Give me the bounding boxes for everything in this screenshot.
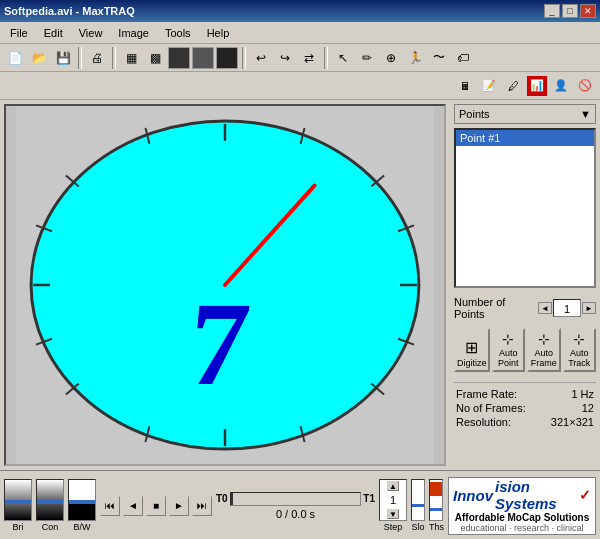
run-button[interactable]: 🏃 — [404, 47, 426, 69]
maximize-button[interactable]: □ — [562, 4, 578, 18]
list-item[interactable]: Point #1 — [456, 130, 594, 146]
new-icon: 📄 — [8, 51, 23, 65]
logo-company: Innov — [453, 487, 493, 504]
digitize-button[interactable]: ⊞ Digitize — [454, 328, 490, 372]
wave-icon: 〜 — [433, 49, 445, 66]
num-frames-value: 12 — [582, 402, 594, 414]
redo-icon: ↪ — [280, 51, 290, 65]
calc-button[interactable]: 🖩 — [454, 75, 476, 97]
step-control: ▲ 1 ▼ Step — [379, 479, 407, 532]
video-area[interactable]: 7 — [4, 104, 446, 466]
redo-button[interactable]: ↪ — [274, 47, 296, 69]
skip-end-button[interactable]: ⏭ — [192, 496, 212, 516]
right-panel: Points ▼ Point #1 Number of Points ◄ 1 ►… — [450, 100, 600, 470]
ths-label: Ths — [429, 522, 444, 532]
points-dropdown-icon[interactable]: ▼ — [580, 108, 591, 120]
brightness-slider[interactable] — [4, 479, 32, 521]
arrow-button[interactable]: ⇄ — [298, 47, 320, 69]
ths-slider[interactable] — [429, 479, 443, 521]
contrast-slider[interactable] — [36, 479, 64, 521]
block-button[interactable]: 🚫 — [574, 75, 596, 97]
logo-checkmark: ✓ — [579, 487, 591, 503]
auto-frame-label: Auto Frame — [530, 348, 558, 368]
menu-help[interactable]: Help — [199, 25, 238, 41]
skip-start-button[interactable]: ⏮ — [100, 496, 120, 516]
points-header: Points ▼ — [454, 104, 596, 124]
digitize-label: Digitize — [457, 358, 487, 368]
bw-label: B/W — [74, 522, 91, 532]
timeline-track[interactable] — [230, 492, 362, 506]
auto-frame-button[interactable]: ⊹ Auto Frame — [527, 328, 561, 372]
print-button[interactable]: 🖨 — [86, 47, 108, 69]
prev-icon: ◄ — [128, 500, 138, 511]
color2-button[interactable] — [192, 47, 214, 69]
prev-button[interactable]: ◄ — [123, 496, 143, 516]
toolbar-2: 🖩 📝 🖊 📊 👤 🚫 — [0, 72, 600, 100]
logo-tagline2: educational · research · clinical — [460, 523, 583, 533]
next-icon: ► — [174, 500, 184, 511]
skip-start-icon: ⏮ — [105, 500, 115, 511]
num-points-label: Number of Points — [454, 296, 534, 320]
svg-text:7: 7 — [183, 278, 254, 411]
stop-button[interactable]: ■ — [146, 496, 166, 516]
auto-point-button[interactable]: ⊹ Auto Point — [492, 328, 525, 372]
person-button[interactable]: 👤 — [550, 75, 572, 97]
step-up-button[interactable]: ▲ — [387, 481, 399, 491]
resolution-label: Resolution: — [456, 416, 511, 428]
chart-button[interactable]: 📊 — [526, 75, 548, 97]
points-decrement[interactable]: ◄ — [538, 302, 552, 314]
color1-button[interactable] — [168, 47, 190, 69]
block-icon: 🚫 — [578, 79, 592, 92]
bottom-controls: Bri Con B/W ⏮ ◄ ■ ► ⏭ T0 T1 — [0, 470, 600, 539]
frame-info: 0 / 0.0 s — [216, 508, 375, 520]
menu-view[interactable]: View — [71, 25, 111, 41]
pen-button[interactable]: 🖊 — [502, 75, 524, 97]
resolution-row: Resolution: 321×321 — [454, 415, 596, 429]
tag-icon: 🏷 — [457, 51, 469, 65]
auto-point-label: Auto Point — [495, 348, 522, 368]
threshold-control: Ths — [429, 479, 444, 532]
auto-frame-icon: ⊹ — [538, 332, 550, 346]
close-button[interactable]: ✕ — [580, 4, 596, 18]
menu-file[interactable]: File — [2, 25, 36, 41]
t0-label: T0 — [216, 493, 228, 504]
bw-slider[interactable] — [68, 479, 96, 521]
titlebar: Softpedia.avi - MaxTRAQ _ □ ✕ — [0, 0, 600, 22]
undo-button[interactable]: ↩ — [250, 47, 272, 69]
grid2-button[interactable]: ▩ — [144, 47, 166, 69]
auto-track-label: Auto Track — [566, 348, 594, 368]
next-button[interactable]: ► — [169, 496, 189, 516]
arrow-icon: ⇄ — [304, 51, 314, 65]
edit2-button[interactable]: 📝 — [478, 75, 500, 97]
tag-button[interactable]: 🏷 — [452, 47, 474, 69]
window-title: Softpedia.avi - MaxTRAQ — [4, 5, 135, 17]
open-icon: 📂 — [32, 51, 47, 65]
pencil-button[interactable]: ✏ — [356, 47, 378, 69]
points-list[interactable]: Point #1 — [454, 128, 596, 288]
separator-1 — [78, 47, 82, 69]
save-button[interactable]: 💾 — [52, 47, 74, 69]
color3-button[interactable] — [216, 47, 238, 69]
menu-edit[interactable]: Edit — [36, 25, 71, 41]
frame-rate-label: Frame Rate: — [456, 388, 517, 400]
open-button[interactable]: 📂 — [28, 47, 50, 69]
slow-control: Slo — [411, 479, 425, 532]
step-down-button[interactable]: ▼ — [387, 509, 399, 519]
auto-track-button[interactable]: ⊹ Auto Track — [563, 328, 597, 372]
t1-label: T1 — [363, 493, 375, 504]
points-increment[interactable]: ► — [582, 302, 596, 314]
brightness-label: Bri — [13, 522, 24, 532]
minimize-button[interactable]: _ — [544, 4, 560, 18]
menu-tools[interactable]: Tools — [157, 25, 199, 41]
menubar: File Edit View Image Tools Help — [0, 22, 600, 44]
menu-image[interactable]: Image — [110, 25, 157, 41]
crosshair-button[interactable]: ⊕ — [380, 47, 402, 69]
undo-icon: ↩ — [256, 51, 266, 65]
wave-button[interactable]: 〜 — [428, 47, 450, 69]
slo-slider[interactable] — [411, 479, 425, 521]
crosshair-icon: ⊕ — [386, 51, 396, 65]
contrast-label: Con — [42, 522, 59, 532]
new-button[interactable]: 📄 — [4, 47, 26, 69]
grid-button[interactable]: ▦ — [120, 47, 142, 69]
pointer-button[interactable]: ↖ — [332, 47, 354, 69]
